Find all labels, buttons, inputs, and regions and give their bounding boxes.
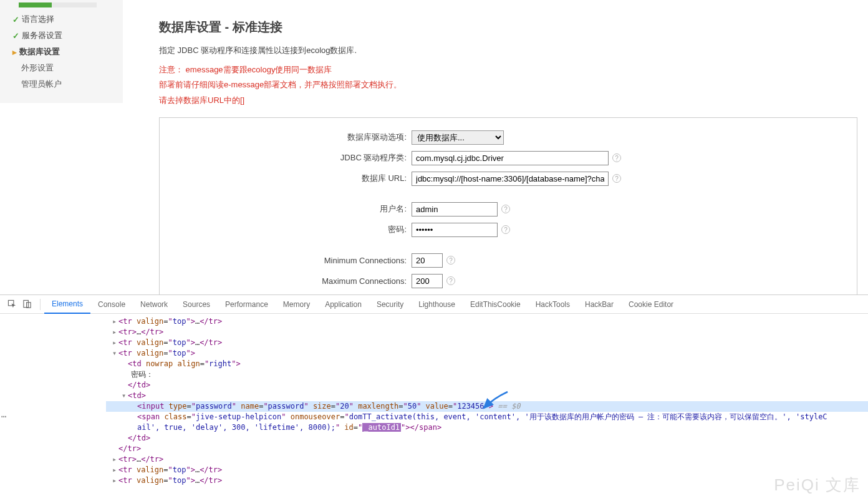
nav-appearance[interactable]: 外形设置 — [0, 60, 123, 76]
nav-database[interactable]: 数据库设置 — [0, 44, 123, 60]
nav-server[interactable]: 服务器设置 — [0, 27, 123, 44]
label-min-conn: Minimum Connections: — [160, 256, 412, 265]
tree-text[interactable]: 密码： — [106, 369, 868, 380]
tab-hackbar[interactable]: HackBar — [577, 295, 621, 314]
db-form: 数据库驱动选项: 使用数据库... JDBC 驱动程序类: ? 数据库 URL:… — [159, 117, 857, 294]
input-min-conn[interactable] — [412, 253, 443, 268]
help-icon[interactable]: ? — [612, 174, 621, 183]
label-db-url: 数据库 URL: — [160, 173, 412, 184]
main-content: 数据库设置 - 标准连接 指定 JDBC 驱动程序和连接属性以连接到ecolog… — [159, 0, 868, 294]
label-max-conn: Maximum Connections: — [160, 276, 412, 286]
help-icon[interactable]: ? — [501, 225, 510, 234]
label-driver-class: JDBC 驱动程序类: — [160, 152, 412, 163]
label-password: 密码: — [160, 224, 412, 235]
tree-node[interactable]: <tr>…</tr> — [106, 327, 868, 338]
help-icon[interactable]: ? — [446, 276, 455, 285]
tree-node[interactable]: <tr valign="top">…</tr> — [106, 475, 868, 486]
tree-node[interactable]: </tr> — [106, 444, 868, 454]
svg-rect-1 — [23, 300, 28, 307]
tree-node[interactable]: </td> — [106, 433, 868, 444]
tree-node[interactable]: <tr valign="top"> — [106, 348, 868, 359]
warning-3: 请去掉数据库URL中的[] — [159, 93, 868, 109]
tree-node-selected[interactable]: <input type="password" name="password" s… — [106, 401, 868, 412]
devtools-tabbar: Elements Console Network Sources Perform… — [0, 295, 868, 314]
page-title: 数据库设置 - 标准连接 — [159, 19, 868, 36]
devtools-panel: Elements Console Network Sources Perform… — [0, 294, 868, 501]
tab-lighthouse[interactable]: Lighthouse — [411, 295, 463, 314]
warning-1: 注意： emessage需要跟ecology使用同一数据库 — [159, 62, 868, 78]
tree-node[interactable]: <tr valign="top">…</tr> — [106, 316, 868, 327]
tab-hacktools[interactable]: HackTools — [528, 295, 577, 314]
tree-node[interactable]: <tr valign="top">…</tr> — [106, 338, 868, 348]
tab-editthiscookie[interactable]: EditThisCookie — [463, 295, 528, 314]
nav-label: 外形设置 — [21, 62, 54, 74]
nav-admin[interactable]: 管理员帐户 — [0, 76, 123, 92]
tab-memory[interactable]: Memory — [276, 295, 317, 314]
tree-node[interactable]: <td> — [106, 391, 868, 401]
tab-performance[interactable]: Performance — [218, 295, 276, 314]
input-driver-class[interactable] — [412, 151, 609, 165]
select-driver-option[interactable]: 使用数据库... — [412, 130, 504, 145]
tree-node[interactable]: ail', true, 'delay', 300, 'lifetime', 80… — [106, 422, 868, 433]
elements-tree[interactable]: ⋯ <tr valign="top">…</tr> <tr>…</tr> <tr… — [0, 314, 868, 501]
tree-node[interactable]: <span class="jive-setup-helpicon" onmous… — [106, 412, 868, 422]
input-password[interactable] — [412, 223, 498, 237]
tab-console[interactable]: Console — [90, 295, 133, 314]
wizard-sidebar: 语言选择 服务器设置 数据库设置 外形设置 管理员帐户 — [0, 0, 123, 103]
page-desc: 指定 JDBC 驱动程序和连接属性以连接到ecolog数据库. — [159, 44, 868, 57]
tree-node[interactable]: </td> — [106, 380, 868, 391]
tree-node[interactable]: <td nowrap align="right"> — [106, 359, 868, 369]
inspect-icon[interactable] — [6, 299, 17, 310]
warning-2: 部署前请仔细阅读e-message部署文档，并严格按照部署文档执行。 — [159, 77, 868, 93]
tab-security[interactable]: Security — [369, 295, 411, 314]
nav-label: 管理员帐户 — [21, 79, 62, 90]
input-username[interactable] — [412, 202, 498, 216]
tree-node[interactable]: <tr valign="top">…</tr> — [106, 465, 868, 475]
progress-bar — [0, 0, 123, 11]
nav-label: 数据库设置 — [19, 46, 60, 57]
tab-network[interactable]: Network — [133, 295, 175, 314]
help-icon[interactable]: ? — [612, 153, 621, 162]
tab-sources[interactable]: Sources — [175, 295, 218, 314]
nav-label: 语言选择 — [22, 14, 54, 25]
nav-language[interactable]: 语言选择 — [0, 11, 123, 27]
tab-elements[interactable]: Elements — [44, 295, 90, 314]
device-icon[interactable] — [21, 299, 32, 310]
tab-application[interactable]: Application — [317, 295, 369, 314]
nav-label: 服务器设置 — [22, 30, 62, 41]
overflow-icon[interactable]: ⋯ — [1, 411, 7, 422]
label-username: 用户名: — [160, 203, 412, 215]
tree-node[interactable]: <tr>…</tr> — [106, 454, 868, 465]
input-max-conn[interactable] — [412, 274, 443, 288]
input-db-url[interactable] — [412, 172, 609, 186]
label-driver-option: 数据库驱动选项: — [160, 132, 412, 143]
help-icon[interactable]: ? — [501, 205, 510, 213]
tab-cookieeditor[interactable]: Cookie Editor — [621, 295, 681, 314]
help-icon[interactable]: ? — [446, 256, 455, 265]
